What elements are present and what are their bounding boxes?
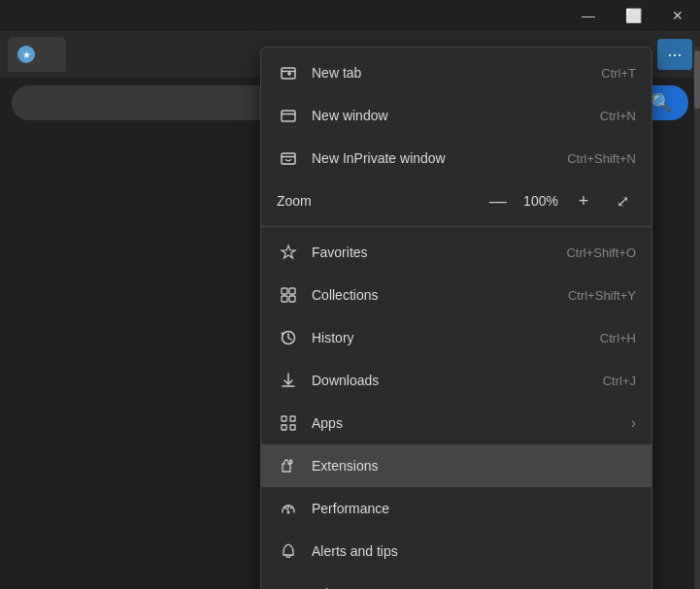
zoom-row: Zoom — 100% + ⤢ xyxy=(261,180,651,222)
menu-item-alerts[interactable]: Alerts and tips xyxy=(261,530,651,573)
svg-line-20 xyxy=(284,507,286,509)
downloads-icon xyxy=(277,369,300,392)
svg-rect-18 xyxy=(290,425,295,430)
menu-item-label: Favorites xyxy=(312,245,566,260)
menu-item-new-inprivate[interactable]: New InPrivate window Ctrl+Shift+N xyxy=(261,137,651,180)
menu-item-label: History xyxy=(312,330,600,345)
menu-item-label: Extensions xyxy=(312,458,636,474)
scrollbar[interactable] xyxy=(694,47,700,589)
menu-item-shortcut: Ctrl+J xyxy=(603,374,636,388)
menu-item-collections[interactable]: Collections Ctrl+Shift+Y xyxy=(261,274,651,316)
performance-icon xyxy=(277,497,300,520)
menu-item-label: New InPrivate window xyxy=(312,150,567,166)
apps-arrow-icon: › xyxy=(631,414,636,432)
svg-rect-16 xyxy=(290,416,295,421)
svg-rect-8 xyxy=(282,288,287,294)
scrollbar-thumb[interactable] xyxy=(694,50,700,109)
svg-rect-4 xyxy=(282,111,295,121)
titlebar: — ⬜ ✕ xyxy=(566,0,700,31)
menu-item-shortcut: Ctrl+Shift+O xyxy=(566,245,636,260)
menu-item-shortcut: Ctrl+Shift+N xyxy=(567,151,636,166)
menu-item-shortcut: Ctrl+N xyxy=(600,109,636,123)
print-icon xyxy=(277,582,300,589)
zoom-plus-button[interactable]: + xyxy=(570,187,597,214)
menu-item-new-tab[interactable]: New tab Ctrl+T xyxy=(261,51,651,94)
inprivate-icon xyxy=(277,147,300,170)
zoom-minus-button[interactable]: — xyxy=(484,187,512,214)
menu-item-print[interactable]: Print Ctrl+P xyxy=(261,573,651,589)
menu-item-new-window[interactable]: New window Ctrl+N xyxy=(261,94,651,137)
menu-item-apps[interactable]: Apps › xyxy=(261,402,651,444)
svg-rect-15 xyxy=(282,416,286,421)
zoom-value: 100% xyxy=(523,193,558,209)
menu-item-history[interactable]: History Ctrl+H xyxy=(261,316,651,359)
svg-rect-17 xyxy=(282,425,286,430)
menu-button[interactable]: ··· xyxy=(657,39,692,70)
menu-item-label: New tab xyxy=(312,65,601,81)
menu-item-label: Alerts and tips xyxy=(312,543,636,559)
minimize-button[interactable]: — xyxy=(566,0,611,31)
zoom-label: Zoom xyxy=(277,193,484,209)
svg-rect-9 xyxy=(289,288,295,294)
history-icon xyxy=(277,326,300,349)
svg-rect-6 xyxy=(282,153,295,164)
active-tab[interactable]: ★ xyxy=(8,37,66,72)
menu-item-label: Performance xyxy=(312,501,636,516)
tab-favicon: ★ xyxy=(17,46,35,63)
svg-rect-10 xyxy=(282,296,287,302)
menu-item-favorites[interactable]: Favorites Ctrl+Shift+O xyxy=(261,231,651,274)
menu-item-label: New window xyxy=(312,108,600,123)
extensions-icon xyxy=(277,454,300,477)
apps-icon xyxy=(277,411,300,435)
menu-item-shortcut: Ctrl+Shift+Y xyxy=(568,288,636,303)
alerts-icon xyxy=(277,540,300,563)
zoom-controls: — 100% + ⤢ xyxy=(484,187,636,214)
menu-item-extensions[interactable]: Extensions xyxy=(261,444,651,487)
new-tab-icon xyxy=(277,61,300,84)
menu-item-downloads[interactable]: Downloads Ctrl+J xyxy=(261,359,651,402)
new-window-icon xyxy=(277,104,300,127)
menu-item-label: Apps xyxy=(312,415,623,431)
collections-icon xyxy=(277,283,300,307)
close-button[interactable]: ✕ xyxy=(655,0,700,31)
favorites-icon xyxy=(277,241,300,264)
dropdown-menu: New tab Ctrl+T New window Ctrl+N New InP… xyxy=(260,47,652,589)
svg-rect-11 xyxy=(289,296,295,302)
menu-item-shortcut: Ctrl+H xyxy=(600,331,636,345)
maximize-button[interactable]: ⬜ xyxy=(611,0,655,31)
svg-line-21 xyxy=(291,507,293,509)
menu-item-label: Downloads xyxy=(312,373,603,388)
zoom-expand-button[interactable]: ⤢ xyxy=(609,187,636,214)
divider-1 xyxy=(261,226,651,227)
menu-item-label: Collections xyxy=(312,287,568,303)
menu-item-shortcut: Ctrl+T xyxy=(601,66,636,81)
menu-item-performance[interactable]: Performance xyxy=(261,487,651,530)
